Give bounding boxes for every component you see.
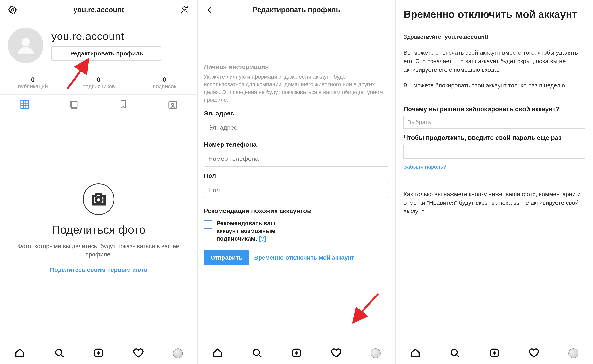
phone-label: Номер телефона bbox=[204, 141, 389, 148]
profile-nav-icon[interactable] bbox=[568, 348, 578, 358]
submit-button[interactable]: Отправить bbox=[204, 250, 249, 265]
disable-account-link[interactable]: Временно отключить мой аккаунт bbox=[254, 254, 354, 261]
stat-posts[interactable]: 0 публикаций bbox=[0, 71, 66, 94]
page-title: Редактировать профиль bbox=[214, 6, 379, 14]
header-username: you.re.account bbox=[17, 6, 180, 14]
disable-account-pane: Временно отключить мой аккаунт Здравству… bbox=[396, 0, 593, 364]
svg-point-8 bbox=[96, 197, 101, 202]
tab-tagged[interactable] bbox=[148, 95, 197, 114]
footer-text: Как только вы нажмете кнопку ниже, ваши … bbox=[404, 190, 585, 216]
back-icon[interactable] bbox=[206, 6, 214, 14]
search-icon[interactable] bbox=[450, 348, 460, 359]
empty-desc: Фото, которыми вы делитесь, будут показы… bbox=[12, 242, 186, 259]
greeting-suffix: ! bbox=[487, 33, 488, 40]
forgot-password-link[interactable]: Забыли пароль? bbox=[404, 164, 446, 170]
profile-name: you.re.account bbox=[51, 30, 189, 42]
svg-point-9 bbox=[55, 349, 61, 355]
section-title: Личная информация bbox=[204, 63, 389, 71]
bottom-nav bbox=[0, 342, 197, 364]
greeting-user: you.re.account bbox=[444, 33, 486, 40]
help-link[interactable]: [?] bbox=[259, 235, 266, 242]
phone-input[interactable] bbox=[204, 151, 389, 167]
search-icon[interactable] bbox=[54, 348, 64, 359]
top-bar: Редактировать профиль bbox=[198, 0, 395, 20]
svg-point-7 bbox=[172, 103, 174, 105]
reason-label: Почему вы решили заблокировать свой акка… bbox=[404, 105, 585, 113]
share-first-link[interactable]: Поделитесь своим первым фото bbox=[50, 266, 148, 273]
info-para-2: Вы можете блокировать свой аккаунт тольк… bbox=[404, 81, 585, 90]
stats-row: 0 публикаций 0 подписчиков 0 подписок bbox=[0, 71, 197, 95]
settings-icon[interactable] bbox=[8, 5, 17, 15]
stat-count: 0 bbox=[132, 76, 197, 83]
stat-label: подписок bbox=[132, 83, 197, 90]
empty-title: Поделиться фото bbox=[52, 223, 146, 236]
recommend-title: Рекомендации похожих аккаунтов bbox=[204, 207, 389, 214]
add-post-icon[interactable] bbox=[94, 348, 104, 359]
profile-nav-icon[interactable] bbox=[173, 348, 183, 358]
email-input[interactable] bbox=[204, 120, 389, 135]
password-input[interactable] bbox=[404, 145, 585, 158]
greeting-prefix: Здравствуйте, bbox=[404, 33, 444, 40]
home-icon[interactable] bbox=[15, 348, 25, 359]
svg-point-1 bbox=[183, 6, 186, 10]
svg-rect-5 bbox=[71, 101, 77, 107]
bio-textarea[interactable] bbox=[204, 26, 389, 57]
add-post-icon[interactable] bbox=[291, 348, 302, 359]
annotation-arrow-icon bbox=[61, 57, 93, 91]
recommend-checkbox[interactable] bbox=[204, 220, 213, 229]
edit-profile-pane: Редактировать профиль Личная информация … bbox=[198, 0, 396, 364]
gender-label: Пол bbox=[204, 172, 389, 179]
heart-icon[interactable] bbox=[331, 348, 342, 359]
heart-icon[interactable] bbox=[529, 348, 539, 359]
profile-row: you.re.account Редактировать профиль bbox=[0, 20, 197, 71]
profile-tabs bbox=[0, 95, 197, 114]
tab-grid[interactable] bbox=[0, 95, 49, 114]
home-icon[interactable] bbox=[410, 348, 420, 359]
bottom-nav bbox=[396, 342, 593, 364]
divider bbox=[404, 182, 585, 182]
page-title: Временно отключить мой аккаунт bbox=[404, 8, 585, 21]
empty-state: Поделиться фото Фото, которыми вы делите… bbox=[0, 114, 197, 342]
section-desc: Укажите личную информацию, даже если акк… bbox=[204, 73, 389, 104]
stat-count: 0 bbox=[0, 76, 66, 83]
svg-point-14 bbox=[451, 349, 457, 355]
svg-point-12 bbox=[253, 349, 259, 355]
profile-pane: you.re.account you.re.account Редактиров… bbox=[0, 0, 198, 364]
add-user-icon[interactable] bbox=[180, 5, 189, 15]
info-para-1: Вы можете отключать свой аккаунт вместо … bbox=[404, 48, 585, 74]
email-label: Эл. адрес bbox=[204, 110, 389, 117]
tab-feed[interactable] bbox=[49, 95, 99, 114]
profile-nav-icon[interactable] bbox=[371, 348, 380, 358]
add-post-icon[interactable] bbox=[489, 348, 499, 359]
gender-input[interactable] bbox=[204, 182, 389, 198]
tab-saved[interactable] bbox=[99, 95, 148, 114]
recommend-text: Рекомендовать ваш аккаунт возможным подп… bbox=[216, 219, 296, 242]
svg-point-0 bbox=[12, 8, 14, 11]
stat-following[interactable]: 0 подписок bbox=[132, 71, 197, 94]
password-label: Чтобы продолжить, введите свой пароль ещ… bbox=[404, 134, 585, 142]
reason-select[interactable]: Выбрать bbox=[404, 116, 585, 129]
avatar[interactable] bbox=[8, 28, 43, 63]
greeting: Здравствуйте, you.re.account! bbox=[404, 32, 585, 41]
stat-label: публикаций bbox=[0, 83, 66, 90]
svg-rect-6 bbox=[169, 101, 176, 108]
recommend-label: Рекомендовать ваш аккаунт возможным подп… bbox=[216, 220, 276, 242]
top-bar: you.re.account bbox=[0, 0, 197, 20]
home-icon[interactable] bbox=[213, 348, 223, 359]
annotation-arrow-icon bbox=[348, 291, 381, 325]
svg-point-2 bbox=[21, 38, 30, 46]
heart-icon[interactable] bbox=[133, 348, 144, 359]
svg-rect-4 bbox=[21, 100, 28, 108]
search-icon[interactable] bbox=[252, 348, 262, 359]
camera-icon bbox=[83, 183, 115, 215]
bottom-nav bbox=[198, 342, 395, 364]
